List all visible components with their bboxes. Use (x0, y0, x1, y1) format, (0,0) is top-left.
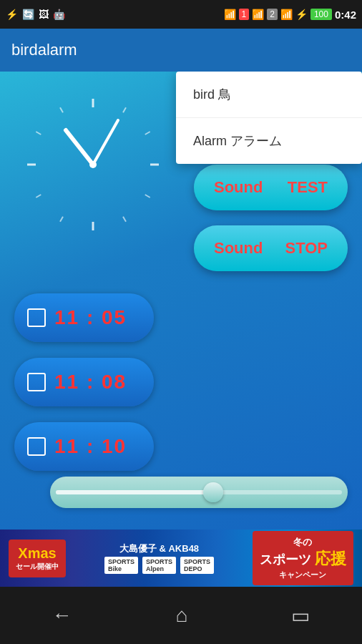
sound-stop-action: STOP (285, 239, 328, 258)
ad-text-main: 大島優子 & AKB48 (119, 542, 199, 555)
svg-line-11 (60, 107, 63, 112)
alarm-checkbox-2[interactable] (27, 373, 46, 391)
banner-ad[interactable]: Xmas セール開催中 大島優子 & AKB48 SPORTSBike SPOR… (0, 530, 362, 587)
alarm-time-2: 11 : 08 (54, 371, 127, 394)
volume-thumb[interactable] (203, 482, 223, 502)
volume-track[interactable] (56, 490, 342, 494)
back-icon: ← (52, 604, 72, 627)
alarm-checkbox-1[interactable] (27, 308, 46, 327)
alarm-time-3: 11 : 10 (54, 435, 127, 458)
clock-container (14, 86, 172, 243)
battery-icon: ⚡ (295, 9, 308, 20)
sound-test-label: Sound (214, 178, 263, 197)
svg-line-13 (93, 120, 118, 165)
sound-stop-button[interactable]: Sound STOP (194, 225, 348, 271)
svg-point-14 (89, 161, 97, 168)
home-icon: ⌂ (176, 604, 188, 627)
volume-slider-container[interactable] (50, 477, 348, 508)
ad-logos: SPORTSBike SPORTSAlpen SPORTSDEPO (104, 557, 214, 574)
dropdown-menu[interactable]: bird 鳥 Alarm アラーム (176, 72, 362, 164)
recent-button[interactable]: ▭ (270, 597, 331, 635)
svg-line-5 (123, 217, 126, 222)
dropdown-item-alarm[interactable]: Alarm アラーム (176, 118, 362, 164)
ad-logo-depo: SPORTSDEPO (180, 557, 214, 574)
clock-face (14, 86, 172, 243)
ad-logo-alpen: SPORTSAlpen (142, 557, 176, 574)
nav-bar: ← ⌂ ▭ (0, 587, 362, 644)
app-title: birdalarm (11, 41, 77, 59)
sync-icon: 🔄 (22, 9, 34, 20)
usb-icon: ⚡ (6, 9, 18, 20)
sound-stop-label: Sound (214, 239, 263, 258)
top-bar: birdalarm (0, 29, 362, 72)
svg-line-7 (60, 217, 63, 222)
sound-test-action: TEST (288, 178, 328, 197)
svg-line-2 (145, 132, 150, 135)
sound-test-button[interactable]: Sound TEST (194, 165, 348, 210)
battery-full-icon: 100 (310, 9, 332, 20)
signal2-icon: 📶 (280, 9, 293, 20)
ad-right-label: 冬の スポーツ 応援 キャンペーン (253, 531, 353, 585)
photo-icon: 🖼 (39, 9, 49, 20)
ad-xmas-label: Xmas セール開催中 (9, 540, 66, 577)
main-content: bird 鳥 Alarm アラーム Sound TEST Sound STOP … (0, 72, 362, 530)
svg-line-4 (145, 195, 150, 197)
dropdown-item-bird[interactable]: bird 鳥 (176, 72, 362, 118)
sim1-icon: 1 (239, 9, 250, 20)
alarm-time-1: 11 : 05 (54, 306, 127, 329)
back-button[interactable]: ← (31, 597, 94, 634)
svg-line-1 (123, 107, 126, 112)
status-left-icons: ⚡ 🔄 🖼 🤖 (6, 9, 65, 20)
ad-content: 大島優子 & AKB48 SPORTSBike SPORTSAlpen SPOR… (66, 542, 253, 574)
android-icon: 🤖 (53, 9, 65, 20)
status-bar: ⚡ 🔄 🖼 🤖 📶 1 📶 2 📶 ⚡ 100 0:42 (0, 0, 362, 29)
recent-icon: ▭ (291, 604, 310, 628)
svg-line-12 (66, 130, 93, 165)
svg-line-10 (36, 132, 41, 135)
sim2-icon: 2 (267, 9, 278, 20)
ad-logo-bike: SPORTSBike (104, 557, 138, 574)
alarm-item-3[interactable]: 11 : 10 (14, 422, 154, 471)
alarm-item-1[interactable]: 11 : 05 (14, 293, 154, 342)
alarm-checkbox-3[interactable] (27, 437, 46, 456)
wifi-icon: 📶 (224, 9, 236, 20)
home-button[interactable]: ⌂ (155, 597, 210, 634)
status-right-icons: 📶 1 📶 2 📶 ⚡ 100 0:42 (224, 9, 356, 21)
signal-icon: 📶 (252, 9, 264, 20)
clock-time: 0:42 (335, 9, 356, 21)
svg-line-8 (36, 195, 41, 197)
alarm-item-2[interactable]: 11 : 08 (14, 358, 154, 406)
volume-fill (56, 490, 213, 494)
